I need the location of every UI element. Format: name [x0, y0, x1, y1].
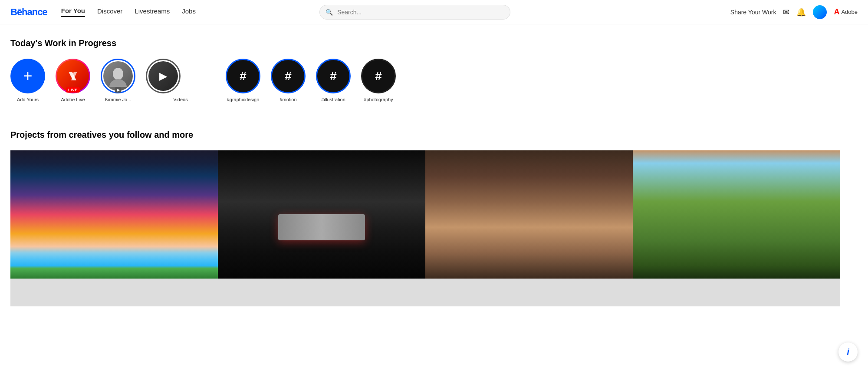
illustration-hash-icon: #: [330, 69, 337, 83]
nav-discover[interactable]: Discover: [97, 7, 122, 17]
projects-grid: [10, 150, 840, 306]
svg-point-1: [113, 68, 123, 80]
story-graphicdesign[interactable]: # #graphicdesign: [226, 59, 260, 102]
header-right: Share Your Work ✉ 🔔 A Adobe: [730, 5, 858, 19]
videos-circle: ▶: [146, 59, 181, 93]
adobe-logo-icon: A: [834, 7, 839, 17]
videos-inner: ▶: [148, 61, 178, 91]
avatar[interactable]: [813, 5, 827, 19]
kimmie-jo-inner: [103, 61, 133, 91]
story-photography[interactable]: # #photography: [361, 59, 396, 102]
videos-label: Videos: [173, 97, 187, 102]
today-section-title: Today's Work in Progress: [10, 38, 840, 48]
project-thumb-car: [218, 150, 425, 306]
graphicdesign-hash-icon: #: [240, 69, 247, 83]
sunset-image: [10, 150, 218, 279]
story-videos[interactable]: ▶ Videos: [146, 59, 215, 102]
motion-circle: #: [271, 59, 306, 93]
story-adobe-live[interactable]: LIVE Adobe Live: [56, 59, 90, 102]
adobe-label: Adobe: [841, 9, 858, 15]
videos-circle-wrap: ▶: [146, 59, 215, 93]
svg-point-2: [109, 79, 127, 87]
project-thumb-kitchen: [425, 150, 633, 306]
project-card-kitchen[interactable]: [425, 150, 633, 306]
logo[interactable]: Bēhance: [10, 7, 47, 18]
kitchen-image: [425, 150, 633, 279]
photography-hash-icon: #: [375, 69, 382, 83]
motion-label: #motion: [279, 97, 296, 102]
nav-for-you[interactable]: For You: [61, 7, 85, 17]
story-motion[interactable]: # #motion: [271, 59, 306, 102]
search-input[interactable]: [319, 5, 510, 20]
notifications-icon[interactable]: 🔔: [796, 7, 806, 17]
kimmie-jo-circle-wrap: ▶: [101, 59, 135, 93]
nav-jobs[interactable]: Jobs: [182, 7, 196, 17]
photography-circle: #: [361, 59, 396, 93]
projects-section-title: Projects from creatives you follow and m…: [10, 130, 840, 140]
add-yours-circle-wrap: +: [10, 59, 45, 93]
live-badge: LIVE: [66, 87, 80, 93]
graphicdesign-label: #graphicdesign: [227, 97, 260, 102]
adobe-live-label: Adobe Live: [61, 97, 85, 102]
photography-label: #photography: [364, 97, 393, 102]
motion-hash-icon: #: [285, 69, 292, 83]
main-nav: For You Discover Livestreams Jobs: [61, 7, 196, 17]
project-card-car[interactable]: [218, 150, 425, 306]
graphicdesign-circle: #: [226, 59, 260, 93]
illustration-circle: #: [316, 59, 351, 93]
project-thumb-sunset: [10, 150, 218, 306]
mountain-image: [633, 150, 840, 279]
adobe-live-circle-wrap: LIVE: [56, 59, 90, 93]
stories-row: + Add Yours LIVE Adobe: [10, 59, 840, 106]
plus-icon: +: [23, 67, 32, 85]
project-thumb-mountain: [633, 150, 840, 306]
add-yours-label: Add Yours: [17, 97, 39, 102]
header: Bēhance For You Discover Livestreams Job…: [0, 0, 868, 24]
kimmie-jo-avatar: [109, 65, 127, 87]
projects-section: Projects from creatives you follow and m…: [10, 130, 840, 306]
adobe-cc-icon: [65, 68, 81, 84]
search-icon: 🔍: [326, 9, 333, 16]
car-image: [218, 150, 425, 279]
search-bar: 🔍: [319, 5, 510, 20]
story-kimmie-jo[interactable]: ▶ Kimmie Jo...: [101, 59, 135, 102]
video-play-badge: ▶: [115, 87, 122, 93]
illustration-label: #illustration: [321, 97, 345, 102]
main-content: Today's Work in Progress + Add Yours: [0, 24, 851, 306]
story-add-yours[interactable]: + Add Yours: [10, 59, 45, 102]
nav-livestreams[interactable]: Livestreams: [135, 7, 170, 17]
adobe-brand[interactable]: A Adobe: [834, 7, 858, 17]
add-yours-circle: +: [10, 59, 45, 93]
story-illustration[interactable]: # #illustration: [316, 59, 351, 102]
kimmie-jo-label: Kimmie Jo...: [105, 97, 132, 102]
play-icon: ▶: [159, 70, 167, 82]
car-shape: [278, 214, 365, 240]
project-card-sunset[interactable]: [10, 150, 218, 306]
messages-icon[interactable]: ✉: [783, 7, 789, 17]
share-your-work-button[interactable]: Share Your Work: [730, 9, 776, 16]
project-card-mountain[interactable]: [633, 150, 840, 306]
